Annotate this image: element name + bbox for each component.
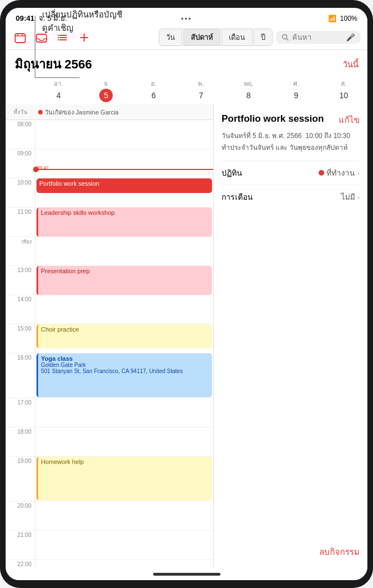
time-label-10: 10:00 [6, 178, 35, 207]
month-header: มิถุนายน 2566 วันนี้ [6, 50, 367, 76]
status-right: 📶 100% [328, 15, 357, 22]
event-title: Leadership skills workshop [41, 209, 114, 216]
view-switcher: วัน สัปดาห์ เดือน ปี [159, 29, 273, 46]
svg-point-10 [58, 39, 59, 40]
homework-help-event[interactable]: Homework help [36, 457, 212, 500]
plus-icon[interactable] [76, 30, 92, 45]
choir-practice-event[interactable]: Choir practice [36, 324, 212, 348]
time-row-17: 17:00 [6, 398, 213, 428]
yoga-address: 501 Stanyan St, San Francisco, CA 94117,… [41, 368, 209, 374]
month-title: มิถุนายน 2566 [15, 54, 92, 74]
time-label-noon: เที่ยง [6, 237, 35, 265]
time-label-22: 22:00 [6, 560, 35, 568]
time-label-8: 08:00 [6, 120, 35, 149]
detail-calendar-value[interactable]: ที่ทำงาน › [319, 167, 360, 179]
day-header-sat: ส. 10 [320, 76, 367, 104]
inbox-icon[interactable] [34, 30, 49, 45]
time-area-14 [35, 295, 213, 324]
detail-datetime: วันจันทร์ที่ 5 มิ.ย. พ.ศ. 2566 10:00 ถึง… [222, 130, 360, 141]
wifi-icon: 📶 [328, 15, 337, 22]
calendar-panel: ทั้งวัน วันเกิดของ Jasmine Garcia 08:00 [6, 104, 213, 568]
home-bar [153, 573, 220, 576]
status-bar: 09:41 จ. 5 มิ.ย. ••• 📶 100% [6, 8, 367, 26]
detail-reminder-label: การเตือน [222, 191, 253, 203]
time-row-12: เที่ยง [6, 237, 213, 266]
today-button[interactable]: วันนี้ [343, 58, 358, 71]
time-area-9: 09:41 [35, 149, 213, 178]
year-view-btn[interactable]: ปี [254, 29, 273, 46]
svg-rect-0 [15, 34, 25, 43]
detail-reminder-row: การเตือน ไม่มี › [222, 185, 360, 209]
week-view-btn[interactable]: สัปดาห์ [183, 29, 220, 46]
yoga-title: Yoga class [41, 355, 209, 362]
time-row-21: 21:00 [6, 531, 213, 560]
time-label-18: 18:00 [6, 428, 35, 456]
search-box[interactable]: 🎤 [276, 31, 361, 44]
svg-line-14 [287, 39, 288, 40]
svg-rect-4 [36, 34, 47, 42]
time-area-11: Leadership skills workshop [35, 208, 213, 236]
svg-point-8 [58, 34, 59, 35]
time-row-8: 08:00 [6, 120, 213, 149]
time-row-22: 22:00 [6, 560, 213, 568]
presentation-prep-event[interactable]: Presentation prep [36, 266, 212, 295]
day-headers-cols: อา. 4 จ. 5 อ. 6 พ. 7 พฤ. 8 [35, 76, 367, 104]
time-area-12 [35, 237, 213, 265]
time-area-22 [35, 560, 213, 568]
search-input[interactable] [292, 33, 343, 42]
delete-event-button[interactable]: ลบกิจกรรม [222, 534, 360, 559]
allday-event[interactable]: วันเกิดของ Jasmine Garcia [35, 105, 213, 120]
search-icon [282, 34, 289, 41]
time-area-18 [35, 428, 213, 456]
month-view-btn[interactable]: เดือน [222, 29, 252, 46]
calendar-value-text: ที่ทำงาน [326, 167, 355, 179]
toolbar: วัน สัปดาห์ เดือน ปี 🎤 [6, 26, 367, 50]
leadership-skills-event[interactable]: Leadership skills workshop [36, 208, 212, 237]
ipad-screen: 09:41 จ. 5 มิ.ย. ••• 📶 100% [6, 8, 367, 580]
time-row-9: 09:00 09:41 [6, 149, 213, 178]
detail-calendar-label: ปฏิทิน [222, 167, 242, 179]
time-label-16: 16:00 [6, 353, 35, 398]
time-area-20 [35, 502, 213, 530]
time-row-16: 16:00 Yoga class Golden Gate Park 501 St… [6, 353, 213, 398]
allday-event-title: วันเกิดของ Jasmine Garcia [45, 107, 118, 117]
time-row-13: 13:00 Presentation prep [6, 266, 213, 295]
yoga-location: Golden Gate Park [41, 362, 209, 368]
calendar-grid-icon[interactable] [12, 30, 28, 45]
main-content: ทั้งวัน วันเกิดของ Jasmine Garcia 08:00 [6, 104, 367, 568]
time-label-11: 11:00 [6, 208, 35, 236]
edit-button[interactable]: แก้ไข [339, 113, 360, 127]
svg-point-13 [283, 35, 287, 39]
status-date: จ. 5 มิ.ย. [39, 12, 67, 24]
dots-menu-top: ••• [181, 13, 192, 24]
svg-point-9 [58, 36, 59, 38]
detail-reminder-value[interactable]: ไม่มี › [341, 191, 360, 203]
detail-panel: Portfolio work session แก้ไข วันจันทร์ที… [213, 104, 367, 568]
day-view-btn[interactable]: วัน [159, 29, 182, 46]
status-time: 09:41 [16, 14, 34, 22]
event-title: Presentation prep [41, 268, 90, 274]
day-header-tue: อ. 6 [130, 76, 177, 104]
yoga-class-event[interactable]: Yoga class Golden Gate Park 501 Stanyan … [36, 353, 212, 397]
time-label-17: 17:00 [6, 398, 35, 427]
portfolio-work-session-event[interactable]: Portfolio work session [36, 178, 212, 193]
allday-label: ทั้งวัน [6, 108, 35, 116]
time-grid: 08:00 09:00 09:41 [6, 120, 213, 568]
time-area-8 [35, 120, 213, 149]
time-label-14: 14:00 [6, 295, 35, 324]
allday-row: ทั้งวัน วันเกิดของ Jasmine Garcia [6, 104, 213, 120]
time-scroll[interactable]: 08:00 09:00 09:41 [6, 120, 213, 568]
time-area-10: Portfolio work session [35, 178, 213, 207]
day-header-fri: ศ. 9 [273, 76, 320, 104]
time-label-19: 19:00 [6, 457, 35, 501]
current-time-line [35, 169, 213, 170]
list-icon[interactable] [55, 30, 71, 45]
day-header-sun: อา. 4 [35, 76, 82, 104]
time-label-9: 09:00 [6, 149, 35, 178]
time-area-16: Yoga class Golden Gate Park 501 Stanyan … [35, 353, 213, 398]
time-label-20: 20:00 [6, 502, 35, 530]
time-area-19: Homework help [35, 457, 213, 501]
time-area-13: Presentation prep [35, 266, 213, 295]
birthday-dot [38, 110, 43, 114]
mic-icon[interactable]: 🎤 [346, 33, 355, 42]
